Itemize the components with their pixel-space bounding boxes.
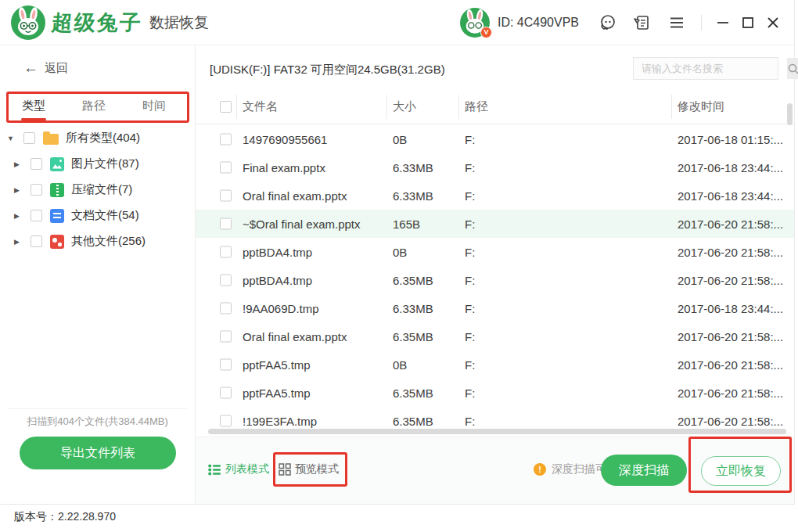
tab-path[interactable]: 路径 [82,99,106,118]
cell-modified: 2017-06-18 23:44:... [678,302,783,315]
feedback-form-icon [633,13,652,32]
cell-filename: pptFAA5.tmp [243,358,311,372]
table-row[interactable]: pptBDA4.tmp6.35MBF:2017-06-20 21:58:... [196,266,794,294]
tree-item-folder[interactable]: ▼所有类型(404) [0,125,195,151]
row-checkbox[interactable] [220,246,232,258]
cell-filename: pptBDA4.tmp [243,274,312,287]
table-row[interactable]: pptBDA4.tmp0BF:2017-06-20 21:58:... [196,238,794,266]
export-file-list-button[interactable]: 导出文件列表 [20,437,176,469]
tree-item-document[interactable]: ▶文档文件(54) [0,203,195,228]
cell-path: F: [465,274,475,287]
maximize-button[interactable] [739,14,757,31]
cell-size: 6.33MB [393,302,433,315]
tree-item-label: 图片文件(87) [71,156,139,171]
tree-item-image[interactable]: ▶图片文件(87) [0,151,195,177]
recover-now-button[interactable]: 立即恢复 [701,456,781,486]
cell-path: F: [465,189,475,203]
list-mode-icon [208,464,221,476]
cell-size: 6.35MB [393,330,433,343]
minimize-button[interactable] [714,14,732,31]
user-avatar[interactable]: V [460,8,490,38]
table-row[interactable]: pptFAA5.tmp0BF:2017-06-20 21:58:... [196,350,794,379]
cell-modified: 2017-06-20 21:58:... [678,386,783,400]
column-header-filename[interactable]: 文件名 [243,99,278,114]
table-row[interactable]: !9AA069D.tmp6.33MBF:2017-06-18 23:44:... [196,294,794,322]
column-header-path[interactable]: 路径 [465,99,488,114]
folder-file-icon [43,134,59,145]
caret-icon[interactable]: ▶ [14,160,25,168]
preview-mode-button[interactable]: 预览模式 [279,462,339,476]
document-file-icon [50,209,64,223]
grid-mode-icon [279,463,291,476]
archive-file-icon [50,183,64,197]
caret-icon[interactable]: ▶ [14,186,25,194]
main-menu-button[interactable] [667,13,687,33]
row-checkbox[interactable] [220,303,232,315]
brand-name: 超级兔子 [51,9,144,37]
back-button[interactable]: ← 返回 [23,59,68,77]
row-checkbox[interactable] [220,134,232,146]
back-label: 返回 [45,61,68,76]
cell-modified: 2017-06-20 21:58:... [678,246,783,259]
tree-item-archive[interactable]: ▶压缩文件(7) [0,177,195,203]
row-checkbox[interactable] [220,218,232,230]
close-button[interactable] [764,14,782,31]
tree-item-label: 文档文件(54) [71,208,139,223]
tab-type[interactable]: 类型 [22,99,45,118]
preview-mode-label: 预览模式 [295,462,339,476]
cell-filename: Final exam.pptx [243,161,325,174]
row-checkbox[interactable] [220,387,232,399]
cell-size: 165B [393,217,420,231]
cell-filename: ~$Oral final exam.pptx [243,217,361,231]
tree-checkbox[interactable] [31,158,42,170]
cell-path: F: [465,217,475,231]
vertical-scrollbar[interactable] [787,103,793,125]
tree-checkbox[interactable] [23,132,35,144]
product-name: 数据恢复 [149,13,209,33]
caret-icon[interactable]: ▶ [14,212,25,220]
headset-icon [598,13,617,32]
tree-checkbox[interactable] [31,184,42,196]
sidebar: ← 返回 类型 路径 时间 ▼所有类型(404)▶图片文件(87)▶压缩文件(7… [0,45,196,505]
row-checkbox[interactable] [220,275,232,286]
column-header-size[interactable]: 大小 [393,99,416,114]
tree-item-label: 压缩文件(7) [71,182,132,197]
row-checkbox[interactable] [220,190,232,202]
select-all-checkbox[interactable] [220,101,232,113]
table-row[interactable]: Final exam.pptx6.33MBF:2017-06-18 23:44:… [196,153,794,182]
table-row[interactable]: 14976909556610BF:2017-06-18 01:15:... [196,125,794,153]
caret-icon[interactable]: ▶ [14,238,25,246]
cell-path: F: [465,415,475,428]
column-divider [236,95,237,119]
row-checkbox[interactable] [220,331,232,343]
tree-item-other[interactable]: ▶其他文件(256) [0,228,195,254]
cell-size: 6.35MB [393,415,433,428]
list-mode-button[interactable]: 列表模式 [208,462,269,476]
user-id: ID: 4C490VPB [498,16,579,30]
cell-path: F: [465,133,475,146]
row-checkbox[interactable] [220,162,232,174]
tab-time[interactable]: 时间 [142,99,166,118]
caret-icon[interactable]: ▼ [7,135,18,142]
table-row[interactable]: pptFAA5.tmp6.35MBF:2017-06-20 21:58:... [196,379,794,407]
tree-checkbox[interactable] [31,210,42,221]
search-button[interactable] [787,58,798,79]
close-icon [766,16,780,30]
back-arrow-icon: ← [23,59,38,77]
vip-badge: V [480,27,492,38]
cell-filename: !199E3FA.tmp [243,415,317,428]
table-row[interactable]: Oral final exam.pptx6.35MBF:2017-06-20 2… [196,322,794,350]
deep-scan-button[interactable]: 深度扫描 [601,455,687,486]
cell-path: F: [465,358,475,372]
customer-service-button[interactable] [598,13,618,33]
hamburger-menu-icon [667,13,686,32]
row-checkbox[interactable] [220,359,232,371]
feedback-button[interactable] [632,13,652,33]
column-header-modified[interactable]: 修改时间 [678,99,724,114]
search-input[interactable] [634,58,787,79]
horizontal-scrollbar[interactable] [208,429,786,434]
tree-checkbox[interactable] [31,235,42,247]
row-checkbox[interactable] [220,415,232,427]
table-row[interactable]: Oral final exam.pptx6.33MBF:2017-06-18 2… [196,182,794,210]
table-row[interactable]: ~$Oral final exam.pptx165BF:2017-06-20 2… [196,210,794,238]
